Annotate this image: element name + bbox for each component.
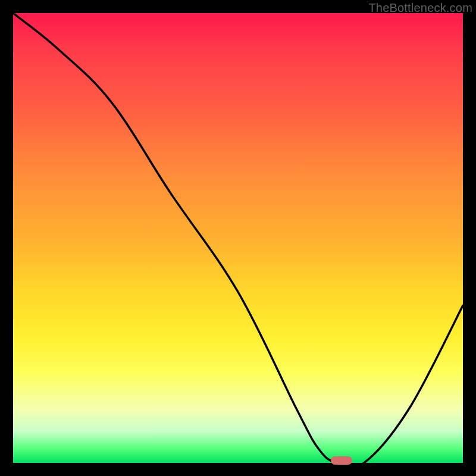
chart-area — [13, 13, 463, 463]
optimum-marker — [331, 456, 352, 465]
bottleneck-curve — [13, 13, 463, 463]
watermark-text: TheBottleneck.com — [368, 1, 472, 15]
